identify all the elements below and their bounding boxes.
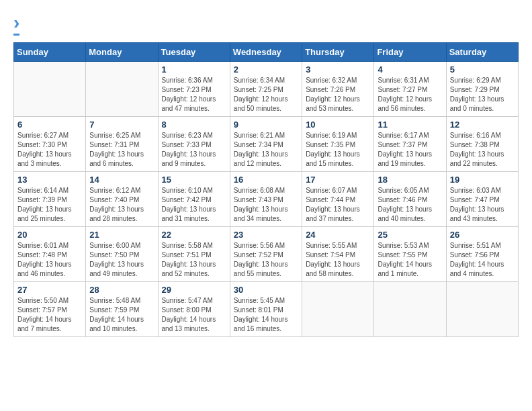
calendar-cell: 29Sunrise: 5:47 AMSunset: 8:00 PMDayligh… [158,282,230,337]
day-number: 6 [17,120,82,130]
calendar-cell: 5Sunrise: 6:29 AMSunset: 7:29 PMDaylight… [446,62,518,117]
day-number: 11 [378,120,442,130]
day-number: 10 [306,120,370,130]
weekday-header-monday: Monday [86,43,158,62]
calendar-cell [86,62,158,117]
logo-text: › [13,13,19,32]
day-number: 27 [17,285,82,295]
day-number: 21 [89,230,154,240]
day-info: Sunrise: 6:29 AMSunset: 7:29 PMDaylight:… [450,76,515,113]
day-number: 20 [17,230,82,240]
week-row-1: 1Sunrise: 6:36 AMSunset: 7:23 PMDaylight… [14,62,519,117]
day-info: Sunrise: 6:03 AMSunset: 7:47 PMDaylight:… [450,186,515,224]
weekday-header-sunday: Sunday [14,43,86,62]
calendar-cell: 24Sunrise: 5:55 AMSunset: 7:54 PMDayligh… [302,227,374,282]
day-info: Sunrise: 6:05 AMSunset: 7:46 PMDaylight:… [378,186,442,224]
day-info: Sunrise: 6:17 AMSunset: 7:37 PMDaylight:… [378,131,442,169]
day-info: Sunrise: 6:12 AMSunset: 7:40 PMDaylight:… [89,186,154,224]
calendar-cell: 17Sunrise: 6:07 AMSunset: 7:44 PMDayligh… [302,172,374,227]
day-number: 15 [162,175,226,185]
day-number: 30 [234,285,298,295]
weekday-header-friday: Friday [374,43,446,62]
week-row-4: 20Sunrise: 6:01 AMSunset: 7:48 PMDayligh… [14,227,519,282]
calendar-cell: 22Sunrise: 5:58 AMSunset: 7:51 PMDayligh… [158,227,230,282]
day-info: Sunrise: 6:01 AMSunset: 7:48 PMDaylight:… [17,241,82,279]
day-info: Sunrise: 6:36 AMSunset: 7:23 PMDaylight:… [162,76,226,113]
day-info: Sunrise: 6:00 AMSunset: 7:50 PMDaylight:… [89,241,154,279]
logo-wave: › [13,12,19,33]
day-number: 23 [234,230,298,240]
logo: › [13,13,19,36]
calendar-cell: 6Sunrise: 6:27 AMSunset: 7:30 PMDaylight… [14,117,86,172]
day-number: 5 [450,64,515,75]
weekday-header-saturday: Saturday [446,43,518,62]
calendar-cell [302,282,374,337]
day-info: Sunrise: 6:31 AMSunset: 7:27 PMDaylight:… [378,76,442,113]
day-info: Sunrise: 5:58 AMSunset: 7:51 PMDaylight:… [162,241,226,279]
day-info: Sunrise: 6:14 AMSunset: 7:39 PMDaylight:… [17,186,82,224]
day-info: Sunrise: 6:16 AMSunset: 7:38 PMDaylight:… [450,131,515,169]
day-info: Sunrise: 5:47 AMSunset: 8:00 PMDaylight:… [162,296,226,334]
calendar-cell: 14Sunrise: 6:12 AMSunset: 7:40 PMDayligh… [86,172,158,227]
calendar-cell: 13Sunrise: 6:14 AMSunset: 7:39 PMDayligh… [14,172,86,227]
calendar-cell: 18Sunrise: 6:05 AMSunset: 7:46 PMDayligh… [374,172,446,227]
calendar-cell: 1Sunrise: 6:36 AMSunset: 7:23 PMDaylight… [158,62,230,117]
day-number: 13 [17,175,82,185]
calendar-cell [374,282,446,337]
calendar-cell: 7Sunrise: 6:25 AMSunset: 7:31 PMDaylight… [86,117,158,172]
calendar-cell: 9Sunrise: 6:21 AMSunset: 7:34 PMDaylight… [230,117,302,172]
day-info: Sunrise: 6:19 AMSunset: 7:35 PMDaylight:… [306,131,370,169]
day-info: Sunrise: 6:07 AMSunset: 7:44 PMDaylight:… [306,186,370,224]
day-info: Sunrise: 5:53 AMSunset: 7:55 PMDaylight:… [378,241,442,279]
calendar-cell: 26Sunrise: 5:51 AMSunset: 7:56 PMDayligh… [446,227,518,282]
calendar-cell: 28Sunrise: 5:48 AMSunset: 7:59 PMDayligh… [86,282,158,337]
day-info: Sunrise: 6:34 AMSunset: 7:25 PMDaylight:… [234,76,298,113]
day-number: 12 [450,120,515,130]
day-number: 14 [89,175,154,185]
calendar-cell: 11Sunrise: 6:17 AMSunset: 7:37 PMDayligh… [374,117,446,172]
calendar-cell: 4Sunrise: 6:31 AMSunset: 7:27 PMDaylight… [374,62,446,117]
day-number: 16 [234,175,298,185]
calendar-cell: 12Sunrise: 6:16 AMSunset: 7:38 PMDayligh… [446,117,518,172]
calendar-cell [446,282,518,337]
day-number: 9 [234,120,298,130]
calendar-cell: 2Sunrise: 6:34 AMSunset: 7:25 PMDaylight… [230,62,302,117]
day-number: 22 [162,230,226,240]
day-number: 29 [162,285,226,295]
page-header: › [13,13,519,36]
day-number: 17 [306,175,370,185]
day-info: Sunrise: 5:48 AMSunset: 7:59 PMDaylight:… [89,296,154,334]
day-info: Sunrise: 6:21 AMSunset: 7:34 PMDaylight:… [234,131,298,169]
calendar-cell [14,62,86,117]
calendar-cell: 30Sunrise: 5:45 AMSunset: 8:01 PMDayligh… [230,282,302,337]
day-number: 24 [306,230,370,240]
day-number: 19 [450,175,515,185]
day-info: Sunrise: 6:08 AMSunset: 7:43 PMDaylight:… [234,186,298,224]
calendar-cell: 27Sunrise: 5:50 AMSunset: 7:57 PMDayligh… [14,282,86,337]
day-number: 7 [89,120,154,130]
day-info: Sunrise: 6:27 AMSunset: 7:30 PMDaylight:… [17,131,82,169]
calendar-cell: 8Sunrise: 6:23 AMSunset: 7:33 PMDaylight… [158,117,230,172]
calendar-cell: 23Sunrise: 5:56 AMSunset: 7:52 PMDayligh… [230,227,302,282]
calendar-cell: 19Sunrise: 6:03 AMSunset: 7:47 PMDayligh… [446,172,518,227]
day-info: Sunrise: 6:32 AMSunset: 7:26 PMDaylight:… [306,76,370,113]
day-number: 3 [306,64,370,75]
day-info: Sunrise: 6:10 AMSunset: 7:42 PMDaylight:… [162,186,226,224]
weekday-header-thursday: Thursday [302,43,374,62]
weekday-header-wednesday: Wednesday [230,43,302,62]
day-info: Sunrise: 6:25 AMSunset: 7:31 PMDaylight:… [89,131,154,169]
calendar-cell: 20Sunrise: 6:01 AMSunset: 7:48 PMDayligh… [14,227,86,282]
day-number: 8 [162,120,226,130]
day-info: Sunrise: 5:51 AMSunset: 7:56 PMDaylight:… [450,241,515,279]
calendar-cell: 25Sunrise: 5:53 AMSunset: 7:55 PMDayligh… [374,227,446,282]
day-number: 4 [378,64,442,75]
calendar-cell: 16Sunrise: 6:08 AMSunset: 7:43 PMDayligh… [230,172,302,227]
day-info: Sunrise: 5:56 AMSunset: 7:52 PMDaylight:… [234,241,298,279]
day-number: 28 [89,285,154,295]
day-info: Sunrise: 5:55 AMSunset: 7:54 PMDaylight:… [306,241,370,279]
day-info: Sunrise: 5:50 AMSunset: 7:57 PMDaylight:… [17,296,82,334]
week-row-2: 6Sunrise: 6:27 AMSunset: 7:30 PMDaylight… [14,117,519,172]
day-number: 18 [378,175,442,185]
week-row-3: 13Sunrise: 6:14 AMSunset: 7:39 PMDayligh… [14,172,519,227]
day-info: Sunrise: 5:45 AMSunset: 8:01 PMDaylight:… [234,296,298,334]
